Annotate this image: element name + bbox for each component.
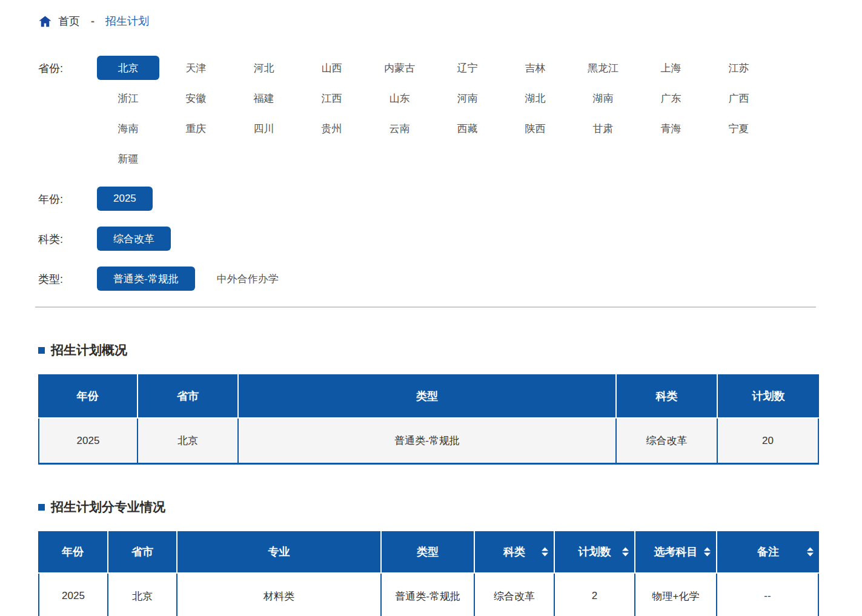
province-option-25[interactable]: 西藏 [436,116,499,141]
province-option-4[interactable]: 内蒙古 [368,56,431,80]
province-option-14[interactable]: 山东 [368,86,431,110]
page-container: 首页 - 招生计划 省份: 北京天津河北山西内蒙古辽宁吉林黑龙江上海江苏浙江安徽… [38,0,820,616]
province-option-21[interactable]: 重庆 [165,116,227,141]
by-major-cell-0-0: 2025 [38,574,108,616]
by-major-cell-0-2: 材料类 [177,574,382,616]
overview-table-header: 年份省市类型科类计划数 [38,374,819,419]
type-option-0-selected[interactable]: 普通类-常规批 [97,267,195,291]
filter-panel: 省份: 北京天津河北山西内蒙古辽宁吉林黑龙江上海江苏浙江安徽福建江西山东河南湖北… [38,56,820,291]
by-major-column-label-1: 省市 [131,546,153,558]
province-option-28[interactable]: 青海 [640,116,702,141]
province-filter-label: 省份: [38,56,97,171]
sort-updown-icon[interactable] [541,547,549,557]
province-option-19[interactable]: 广西 [708,86,770,110]
province-option-10[interactable]: 浙江 [97,86,159,110]
overview-cell-0-0: 2025 [38,419,138,465]
province-option-2[interactable]: 河北 [233,56,295,80]
province-option-15[interactable]: 河南 [436,86,499,110]
province-option-3[interactable]: 山西 [300,56,363,80]
filter-row-province: 省份: 北京天津河北山西内蒙古辽宁吉林黑龙江上海江苏浙江安徽福建江西山东河南湖北… [38,56,820,171]
by-major-column-header-4[interactable]: 科类 [475,531,555,574]
type-option-1[interactable]: 中外合作办学 [201,267,295,291]
overview-column-label-1: 省市 [177,390,199,402]
by-major-title-text: 招生计划分专业情况 [51,498,165,515]
by-major-cell-0-4: 综合改革 [475,574,555,616]
by-major-cell-0-5: 2 [555,574,635,616]
province-option-5[interactable]: 辽宁 [436,56,499,80]
breadcrumb: 首页 - 招生计划 [38,12,820,30]
overview-column-header-0: 年份 [38,374,138,419]
province-option-9[interactable]: 江苏 [708,56,770,80]
province-option-8[interactable]: 上海 [640,56,702,80]
section-divider [35,306,816,308]
province-option-13[interactable]: 江西 [300,86,363,110]
province-option-11[interactable]: 安徽 [165,86,227,110]
province-option-30[interactable]: 新疆 [97,147,159,171]
overview-column-header-1: 省市 [138,374,239,419]
overview-cell-0-3: 综合改革 [617,419,718,465]
home-icon[interactable] [38,15,52,28]
overview-column-label-2: 类型 [416,390,438,402]
province-option-0-selected[interactable]: 北京 [97,56,159,80]
by-major-column-label-6: 选考科目 [654,546,698,558]
province-option-27[interactable]: 甘肃 [572,116,634,141]
by-major-column-label-7: 备注 [757,546,779,558]
subject-category-filter-label: 科类: [38,227,97,251]
sort-updown-icon[interactable] [622,547,629,557]
by-major-table-header: 年份省市专业类型科类计划数选考科目备注 [38,531,819,574]
sort-updown-icon[interactable] [806,547,814,557]
overview-cell-0-2: 普通类-常规批 [239,419,617,465]
by-major-cell-0-7: -- [717,574,819,616]
province-option-6[interactable]: 吉林 [504,56,566,80]
overview-column-label-3: 科类 [656,390,678,402]
by-major-column-header-6[interactable]: 选考科目 [635,531,717,574]
by-major-header-row: 年份省市专业类型科类计划数选考科目备注 [38,531,819,574]
subject-category-options: 综合改革 [97,227,171,251]
filter-row-year: 年份: 2025 [38,187,820,211]
province-option-24[interactable]: 云南 [368,116,431,141]
square-bullet-icon [38,347,45,354]
type-options: 普通类-常规批中外合作办学 [97,267,295,291]
province-option-22[interactable]: 四川 [233,116,295,141]
overview-cell-0-4: 20 [718,419,819,465]
square-bullet-icon [38,504,45,511]
filter-row-subject-category: 科类: 综合改革 [38,227,820,251]
by-major-section-title: 招生计划分专业情况 [38,498,820,515]
overview-title-text: 招生计划概况 [51,342,127,359]
breadcrumb-current-link[interactable]: 招生计划 [105,14,149,28]
subject-category-option-0-selected[interactable]: 综合改革 [97,227,171,251]
type-filter-label: 类型: [38,267,97,291]
province-option-23[interactable]: 贵州 [300,116,363,141]
breadcrumb-home-link[interactable]: 首页 [58,14,80,28]
by-major-column-label-3: 类型 [417,546,439,558]
province-option-17[interactable]: 湖南 [572,86,634,110]
by-major-column-header-7[interactable]: 备注 [717,531,819,574]
province-option-16[interactable]: 湖北 [504,86,566,110]
province-options: 北京天津河北山西内蒙古辽宁吉林黑龙江上海江苏浙江安徽福建江西山东河南湖北湖南广东… [97,56,820,171]
by-major-row-0: 2025北京材料类普通类-常规批综合改革2物理+化学-- [38,574,819,616]
by-major-column-label-5: 计划数 [579,546,611,558]
by-major-column-label-4: 科类 [503,546,525,558]
by-major-cell-0-3: 普通类-常规批 [382,574,475,616]
province-option-7[interactable]: 黑龙江 [572,56,634,80]
sort-updown-icon[interactable] [703,547,711,557]
by-major-cell-0-6: 物理+化学 [635,574,717,616]
overview-column-header-4: 计划数 [718,374,819,419]
province-option-1[interactable]: 天津 [165,56,227,80]
province-option-20[interactable]: 海南 [97,116,159,141]
overview-table: 年份省市类型科类计划数 2025北京普通类-常规批综合改革20 [38,374,819,465]
province-option-12[interactable]: 福建 [233,86,295,110]
by-major-column-header-2: 专业 [177,531,382,574]
year-options: 2025 [97,187,153,211]
province-option-26[interactable]: 陕西 [504,116,566,141]
filter-row-type: 类型: 普通类-常规批中外合作办学 [38,267,820,291]
by-major-column-label-0: 年份 [62,546,84,558]
by-major-table-body: 2025北京材料类普通类-常规批综合改革2物理+化学-- [38,574,819,616]
by-major-column-label-2: 专业 [268,546,290,558]
year-filter-label: 年份: [38,187,97,211]
by-major-column-header-5[interactable]: 计划数 [555,531,635,574]
province-option-18[interactable]: 广东 [640,86,702,110]
province-option-29[interactable]: 宁夏 [708,116,770,141]
year-option-0-selected[interactable]: 2025 [97,187,153,211]
by-major-table: 年份省市专业类型科类计划数选考科目备注 2025北京材料类普通类-常规批综合改革… [38,531,819,616]
